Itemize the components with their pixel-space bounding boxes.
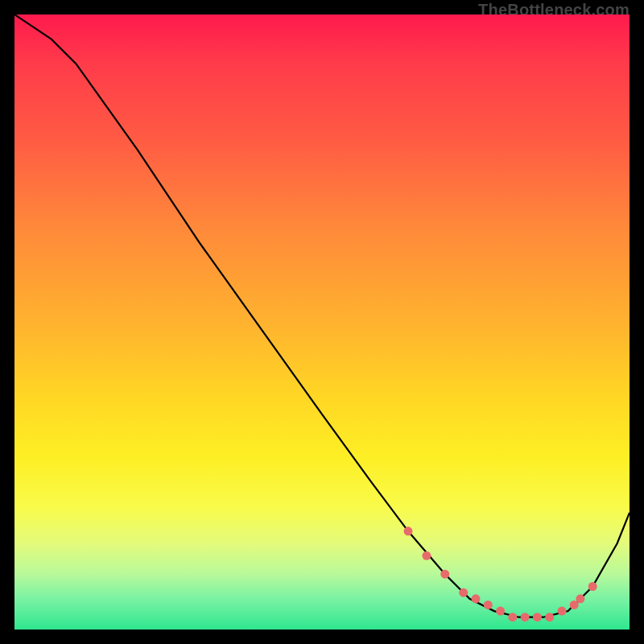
marker-dot — [576, 594, 584, 603]
marker-dots — [404, 526, 597, 621]
chart-svg — [14, 14, 630, 630]
frame: TheBottleneck.com — [0, 0, 644, 644]
marker-dot — [533, 613, 542, 621]
marker-dot — [545, 613, 554, 621]
marker-dot — [521, 613, 530, 621]
marker-dot — [472, 594, 481, 603]
marker-dot — [558, 607, 567, 616]
curve-line — [14, 14, 630, 617]
marker-dot — [440, 570, 449, 579]
gradient-plot-area — [14, 14, 630, 630]
marker-dot — [422, 551, 431, 560]
marker-dot — [508, 613, 517, 621]
marker-dot — [484, 601, 493, 609]
marker-dot — [459, 588, 468, 597]
marker-dot — [588, 582, 597, 591]
marker-dot — [496, 607, 505, 616]
marker-dot — [404, 526, 413, 535]
